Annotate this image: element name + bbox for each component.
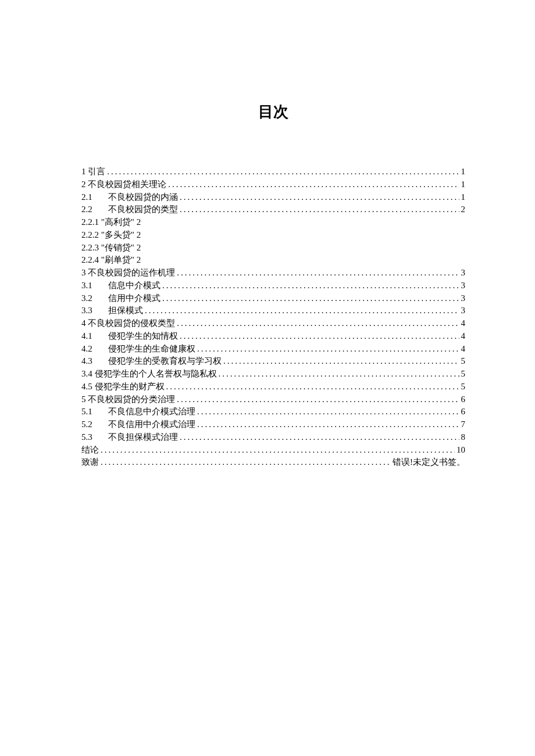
toc-entry-page: 3 <box>461 304 466 317</box>
toc-entry-page: 3 <box>461 280 466 292</box>
toc-entry: 3 不良校园贷的运作机理3 <box>81 267 465 280</box>
toc-leader-dots <box>219 368 459 381</box>
toc-entry-page: 6 <box>461 406 466 418</box>
toc-entry: 5 不良校园贷的分类治理6 <box>81 393 465 406</box>
toc-entry-label: 3.2信用中介模式 <box>81 292 160 305</box>
toc-entry-page: 错误!未定义书签。 <box>393 456 465 469</box>
toc-entry-label: 4.2侵犯学生的生命健康权 <box>81 343 195 356</box>
toc-entry-number: 3.2 <box>81 292 108 305</box>
toc-entry-text: 不良信息中介模式治理 <box>108 407 195 416</box>
toc-entry-label: 2.2.3 "传销贷" 2 <box>81 242 141 255</box>
toc-entry-number: 2.2 <box>81 203 108 216</box>
toc-entry-page: 1 <box>461 178 466 191</box>
toc-entry-page: 10 <box>456 444 465 457</box>
toc-entry: 2.2不良校园贷的类型2 <box>81 203 465 216</box>
toc-entry-page: 5 <box>461 368 466 381</box>
toc-entry-page: 3 <box>461 267 466 280</box>
toc-entry-text: 信用中介模式 <box>108 293 160 303</box>
toc-entry-page: 1 <box>461 166 466 178</box>
toc-entry-page: 2 <box>461 203 466 216</box>
toc-entry-text: 担保模式 <box>108 306 143 315</box>
toc-entry-label: 2.2.4 "刷单贷" 2 <box>81 254 141 267</box>
toc-entry-label: 2 不良校园贷相关理论 <box>81 178 166 191</box>
toc-leader-dots <box>223 355 459 368</box>
toc-entry-page: 8 <box>461 431 466 444</box>
toc-entry-number: 3.3 <box>81 304 108 317</box>
toc-entry: 4.3侵犯学生的受教育权与学习权5 <box>81 355 465 368</box>
toc-entry-text: 信息中介模式 <box>108 281 160 290</box>
toc-entry-page: 7 <box>461 418 466 431</box>
toc-entry-label: 5.3不良担保模式治理 <box>81 431 178 444</box>
toc-leader-dots <box>162 292 459 305</box>
toc-entry-text: 不良担保模式治理 <box>108 432 178 442</box>
toc-entry: 2.1不良校园贷的内涵1 <box>81 191 465 204</box>
toc-entry: 2.2.2 "多头贷" 2 <box>81 229 465 242</box>
toc-entry: 2.2.3 "传销贷" 2 <box>81 242 465 255</box>
document-page: 目次 1 引言12 不良校园贷相关理论12.1不良校园贷的内涵12.2不良校园贷… <box>0 0 535 469</box>
toc-entry-label: 4.1侵犯学生的知情权 <box>81 330 178 343</box>
toc-entry: 3.2信用中介模式3 <box>81 292 465 305</box>
toc-entry-label: 3.3担保模式 <box>81 304 143 317</box>
toc-entry-number: 4.1 <box>81 330 108 343</box>
toc-entry-label: 2.1不良校园贷的内涵 <box>81 191 178 204</box>
toc-leader-dots <box>197 418 459 431</box>
toc-entry-label: 结论 <box>81 444 99 457</box>
toc-entry-page: 4 <box>461 317 466 330</box>
toc-title: 目次 <box>81 102 465 122</box>
toc-entry-text: 侵犯学生的知情权 <box>108 331 178 341</box>
toc-entry-label: 1 引言 <box>81 166 105 178</box>
toc-leader-dots <box>180 431 459 444</box>
toc-entry: 4 不良校园贷的侵权类型4 <box>81 317 465 330</box>
toc-entry-label: 4 不良校园贷的侵权类型 <box>81 317 175 330</box>
toc-entry-text: 不良信用中介模式治理 <box>108 420 195 429</box>
toc-entry: 3.3担保模式3 <box>81 304 465 317</box>
toc-entry: 4.1侵犯学生的知情权4 <box>81 330 465 343</box>
toc-entry-number: 5.1 <box>81 406 108 418</box>
toc-entry: 4.5 侵犯学生的财产权5 <box>81 381 465 393</box>
toc-entry-label: 2.2.2 "多头贷" 2 <box>81 229 141 242</box>
toc-leader-dots <box>107 166 459 178</box>
toc-entry-label: 5 不良校园贷的分类治理 <box>81 393 175 406</box>
toc-entry-page: 4 <box>461 330 466 343</box>
toc-entry-label: 5.1不良信息中介模式治理 <box>81 406 195 418</box>
toc-entry-label: 3.1信息中介模式 <box>81 280 160 292</box>
toc-entry-page: 6 <box>461 393 466 406</box>
toc-entry: 5.3不良担保模式治理8 <box>81 431 465 444</box>
toc-leader-dots <box>166 381 459 393</box>
toc-entry-number: 5.3 <box>81 431 108 444</box>
toc-leader-dots <box>101 444 455 457</box>
toc-entry: 2.2.1 "高利贷" 2 <box>81 216 465 229</box>
toc-entry-text: 不良校园贷的内涵 <box>108 192 178 202</box>
toc-entry-page: 5 <box>461 381 466 393</box>
toc-entry: 3.1信息中介模式3 <box>81 280 465 292</box>
toc-entry-label: 2.2.1 "高利贷" 2 <box>81 216 141 229</box>
toc-leader-dots <box>180 191 459 204</box>
toc-entry-page: 5 <box>461 355 466 368</box>
toc-leader-dots <box>101 456 391 469</box>
toc-entry: 结论10 <box>81 444 465 457</box>
toc-entry-number: 4.2 <box>81 343 108 356</box>
toc-entry-number: 3.1 <box>81 280 108 292</box>
toc-leader-dots <box>197 343 459 356</box>
toc-leader-dots <box>162 280 459 292</box>
toc-entry-page: 3 <box>461 292 466 305</box>
toc-entry-label: 4.3侵犯学生的受教育权与学习权 <box>81 355 222 368</box>
toc-entry-page: 4 <box>461 343 466 356</box>
toc-entry: 4.2侵犯学生的生命健康权4 <box>81 343 465 356</box>
toc-entry-page: 1 <box>461 191 466 204</box>
toc-entry-text: 不良校园贷的类型 <box>108 205 178 214</box>
toc-entry: 2.2.4 "刷单贷" 2 <box>81 254 465 267</box>
toc-entry: 致谢错误!未定义书签。 <box>81 456 465 469</box>
toc-leader-dots <box>168 178 459 191</box>
toc-entry: 2 不良校园贷相关理论1 <box>81 178 465 191</box>
toc-entry-text: 侵犯学生的生命健康权 <box>108 344 195 353</box>
toc-leader-dots <box>197 406 459 418</box>
toc-entry-label: 致谢 <box>81 456 99 469</box>
toc-leader-dots <box>180 330 459 343</box>
toc-entry-label: 2.2不良校园贷的类型 <box>81 203 178 216</box>
toc-leader-dots <box>145 304 459 317</box>
toc-entry-number: 5.2 <box>81 418 108 431</box>
toc-entry-label: 4.5 侵犯学生的财产权 <box>81 381 165 393</box>
toc-entry-number: 4.3 <box>81 355 108 368</box>
toc-entry: 5.2不良信用中介模式治理7 <box>81 418 465 431</box>
